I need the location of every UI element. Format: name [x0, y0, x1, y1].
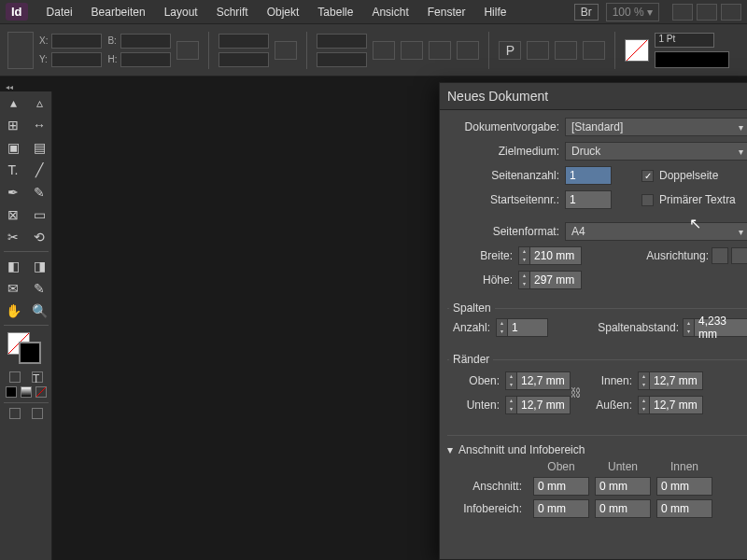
gradient-feather-tool-icon[interactable]: ◨ [26, 255, 52, 277]
rotate-ccw-icon[interactable] [401, 41, 423, 60]
rotate-input[interactable] [317, 34, 367, 49]
page-size-dropdown[interactable]: A4 [565, 222, 747, 241]
scale-y-input[interactable] [218, 52, 269, 67]
margin-bottom-spinner[interactable] [505, 396, 516, 414]
scissors-tool-icon[interactable]: ✂ [0, 226, 26, 248]
free-transform-tool-icon[interactable]: ⟲ [26, 226, 52, 248]
menu-ansicht[interactable]: Ansicht [362, 2, 417, 22]
gap-tool-icon[interactable]: ↔ [26, 114, 52, 136]
margin-outside-spinner[interactable] [638, 396, 649, 414]
bleed-top-input[interactable]: 0 mm [533, 477, 589, 496]
width-spinner[interactable] [518, 246, 529, 265]
zoom-tool-icon[interactable]: 🔍 [26, 300, 52, 322]
workspace-icon[interactable] [721, 4, 741, 21]
margin-bottom-input[interactable]: 12,7 mm [516, 396, 571, 414]
menu-tabelle[interactable]: Tabelle [308, 2, 362, 22]
stroke-style-dropdown[interactable] [655, 51, 729, 68]
margin-top-spinner[interactable] [505, 371, 516, 390]
fill-swatch-icon[interactable] [625, 39, 649, 62]
align-icon[interactable] [555, 41, 577, 60]
margin-inside-spinner[interactable] [638, 371, 649, 390]
link-margins-icon[interactable]: ⛓ [571, 382, 582, 404]
column-count-input[interactable]: 1 [507, 318, 548, 337]
disclosure-triangle-icon[interactable]: ▾ [447, 443, 453, 456]
orientation-portrait-button[interactable] [712, 247, 728, 264]
slug-top-input[interactable]: 0 mm [533, 499, 589, 518]
pages-input[interactable]: 1 [565, 166, 612, 185]
bridge-button[interactable]: Br [574, 4, 599, 21]
format-text-icon[interactable]: T [32, 371, 43, 383]
slug-bottom-input[interactable]: 0 mm [595, 499, 651, 518]
margin-outside-input[interactable]: 12,7 mm [649, 396, 703, 414]
intent-dropdown[interactable]: Druck [565, 142, 747, 161]
preview-view-icon[interactable] [32, 408, 43, 419]
fill-stroke-swap[interactable] [0, 329, 52, 370]
apply-none-icon[interactable] [35, 386, 47, 398]
zoom-level-dropdown[interactable]: 100 % ▾ [606, 3, 659, 21]
panel-expand-icon[interactable] [6, 79, 15, 85]
note-tool-icon[interactable]: ✉ [0, 277, 26, 300]
direct-selection-tool-icon[interactable]: ▵ [26, 91, 52, 114]
y-input[interactable] [51, 52, 102, 67]
scale-x-input[interactable] [218, 34, 269, 49]
menu-layout[interactable]: Layout [155, 2, 207, 22]
height-input[interactable]: 297 mm [529, 271, 582, 289]
margin-inside-input[interactable]: 12,7 mm [649, 371, 703, 390]
apply-gradient-icon[interactable] [21, 386, 32, 398]
distribute-icon[interactable] [583, 41, 605, 60]
arrange-documents-icon[interactable] [697, 4, 717, 21]
rectangle-tool-icon[interactable]: ▭ [26, 203, 52, 226]
rectangle-frame-tool-icon[interactable]: ⊠ [0, 203, 26, 226]
constrain-icon[interactable] [176, 41, 199, 60]
format-container-icon[interactable] [9, 371, 21, 383]
gradient-swatch-tool-icon[interactable]: ◧ [0, 255, 26, 277]
gutter-spinner[interactable] [683, 318, 694, 337]
bleed-bottom-input[interactable]: 0 mm [595, 477, 651, 496]
menu-schrift[interactable]: Schrift [207, 2, 258, 22]
menu-hilfe[interactable]: Hilfe [474, 2, 515, 22]
content-collector-icon[interactable]: ▣ [0, 136, 26, 159]
stroke-color-icon[interactable] [19, 342, 41, 364]
width-input[interactable] [120, 34, 171, 49]
primary-textframe-checkbox[interactable] [641, 194, 654, 206]
b-label: B: [107, 35, 116, 46]
type-tool-icon[interactable]: T. [0, 159, 26, 181]
preset-dropdown[interactable]: [Standard] [565, 118, 747, 136]
line-tool-icon[interactable]: ╱ [26, 159, 52, 181]
height-input[interactable] [120, 52, 171, 67]
width-input[interactable]: 210 mm [529, 246, 582, 265]
content-placer-icon[interactable]: ▤ [26, 136, 52, 159]
column-count-spinner[interactable] [496, 318, 507, 337]
screen-mode-icon[interactable] [672, 4, 693, 21]
menu-datei[interactable]: Datei [37, 2, 82, 22]
constrain-scale-icon[interactable] [275, 41, 297, 60]
x-input[interactable] [51, 34, 102, 49]
rotate-cw-icon[interactable] [373, 41, 395, 60]
pencil-tool-icon[interactable]: ✎ [26, 181, 52, 203]
margin-top-input[interactable]: 12,7 mm [516, 371, 571, 390]
page-tool-icon[interactable]: ⊞ [0, 114, 26, 136]
facing-pages-checkbox[interactable] [641, 170, 654, 182]
select-container-icon[interactable]: P [499, 41, 521, 60]
menu-objekt[interactable]: Objekt [258, 2, 309, 22]
hand-tool-icon[interactable]: ✋ [0, 300, 26, 322]
slug-inside-input[interactable]: 0 mm [656, 499, 712, 518]
select-content-icon[interactable] [527, 41, 549, 60]
bleed-inside-input[interactable]: 0 mm [656, 477, 712, 496]
menu-bearbeiten[interactable]: Bearbeiten [82, 2, 155, 22]
gutter-input[interactable]: 4,233 mm [694, 318, 747, 337]
start-page-input[interactable]: 1 [565, 190, 612, 209]
selection-tool-icon[interactable]: ▴ [0, 91, 26, 114]
reference-point-icon[interactable] [7, 32, 34, 69]
orientation-landscape-button[interactable] [731, 247, 747, 264]
stroke-weight-dropdown[interactable]: 1 Pt [655, 33, 714, 48]
normal-view-icon[interactable] [9, 408, 21, 419]
apply-color-icon[interactable] [6, 386, 17, 398]
pen-tool-icon[interactable]: ✒ [0, 181, 26, 203]
height-spinner[interactable] [518, 271, 529, 289]
eyedropper-tool-icon[interactable]: ✎ [26, 277, 52, 300]
shear-input[interactable] [317, 52, 367, 67]
flip-v-icon[interactable] [457, 41, 479, 60]
flip-h-icon[interactable] [429, 41, 451, 60]
menu-fenster[interactable]: Fenster [418, 2, 475, 22]
